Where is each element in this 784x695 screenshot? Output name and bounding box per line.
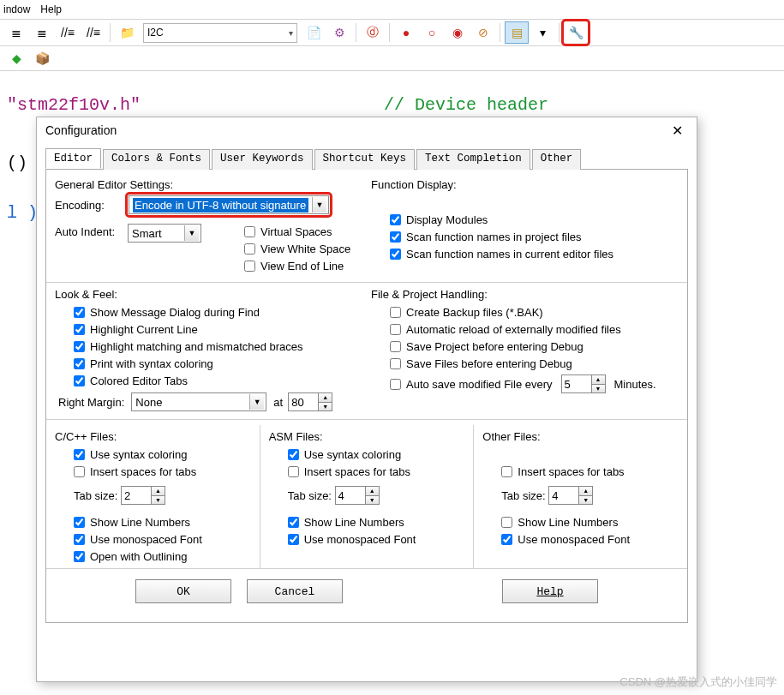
menu-bar: indow Help <box>0 0 784 20</box>
reload-check[interactable] <box>390 324 401 335</box>
scan-project-check[interactable] <box>390 231 401 243</box>
print-syntax-check[interactable] <box>74 358 85 369</box>
wand-icon[interactable]: ⚙ <box>327 21 351 44</box>
asm-showline-label: Show Line Numbers <box>304 516 404 529</box>
encoding-combo[interactable]: Encode in UTF-8 without signature ▼ <box>129 195 329 214</box>
other-mono-check[interactable] <box>501 534 512 545</box>
at-label: at <box>273 396 283 409</box>
indent-right-icon[interactable]: ≣ <box>30 21 54 44</box>
auto-indent-combo[interactable]: Smart ▼ <box>128 224 201 243</box>
chevron-down-icon: ▼ <box>249 394 264 410</box>
spin-up-icon[interactable]: ▲ <box>319 393 332 403</box>
window-layout-icon[interactable]: ▤ <box>505 21 529 44</box>
dialog-title: Configuration <box>45 123 117 137</box>
tab-colors-fonts[interactable]: Colors & Fonts <box>103 149 210 170</box>
autosave-check[interactable] <box>390 379 401 390</box>
other-showline-label: Show Line Numbers <box>518 516 618 529</box>
autosave-input[interactable] <box>562 375 591 392</box>
close-icon[interactable]: ✕ <box>667 121 688 141</box>
msg-dialog-label: Show Message Dialog during Find <box>90 306 260 319</box>
other-mono-label: Use monospaced Font <box>518 533 630 546</box>
c-tabsize-input[interactable] <box>122 487 151 504</box>
c-showline-check[interactable] <box>74 517 85 528</box>
tab-other[interactable]: Other <box>532 149 582 170</box>
asm-insert-spaces-check[interactable] <box>288 466 299 477</box>
tab-user-keywords[interactable]: User Keywords <box>212 149 313 170</box>
ok-button[interactable]: OK <box>135 579 231 603</box>
asm-tabsize-spin[interactable]: ▲▼ <box>335 486 380 505</box>
backup-check[interactable] <box>390 307 401 318</box>
spin-down-icon[interactable]: ▼ <box>579 496 592 505</box>
wrench-icon[interactable]: 🔧 <box>564 21 588 44</box>
asm-tabsize-input[interactable] <box>336 487 365 504</box>
msg-dialog-check[interactable] <box>74 307 85 318</box>
right-margin-at-input[interactable] <box>289 393 318 410</box>
minutes-label: Minutes. <box>614 378 656 391</box>
tab-text-completion[interactable]: Text Completion <box>416 149 530 170</box>
menu-help[interactable]: Help <box>40 3 62 15</box>
indent-left-icon[interactable]: ≣ <box>4 21 28 44</box>
spin-down-icon[interactable]: ▼ <box>366 496 379 505</box>
cancel-button[interactable]: Cancel <box>247 579 343 603</box>
other-tabsize-input[interactable] <box>549 487 578 504</box>
hl-line-check[interactable] <box>74 324 85 335</box>
spin-up-icon[interactable]: ▲ <box>592 375 605 385</box>
folder-icon[interactable]: 📁 <box>115 21 139 44</box>
uncomment-icon[interactable]: //≡ <box>81 21 105 44</box>
spin-up-icon[interactable]: ▲ <box>366 487 379 496</box>
breakpoint-cancel-icon[interactable]: ⊘ <box>471 21 495 44</box>
asm-syntax-check[interactable] <box>288 449 299 460</box>
auto-indent-label: Auto Indent: <box>55 224 128 238</box>
package-icon[interactable]: 📦 <box>30 47 54 69</box>
dropdown-arrow-icon[interactable]: ▾ <box>530 21 554 44</box>
record-icon[interactable]: ● <box>394 21 418 44</box>
document-icon[interactable]: 📄 <box>302 21 326 44</box>
tab-editor[interactable]: Editor <box>45 148 101 169</box>
menu-window[interactable]: indow <box>3 3 30 15</box>
view-white-check[interactable] <box>244 243 255 255</box>
spin-up-icon[interactable]: ▲ <box>579 487 592 496</box>
save-proj-check[interactable] <box>390 341 401 352</box>
hl-line-label: Highlight Current Line <box>90 323 198 336</box>
hl-braces-check[interactable] <box>74 341 85 352</box>
c-mono-check[interactable] <box>74 534 85 545</box>
spin-up-icon[interactable]: ▲ <box>152 487 165 496</box>
c-outline-check[interactable] <box>74 551 85 562</box>
asm-showline-check[interactable] <box>288 517 299 528</box>
asm-insert-spaces-label: Insert spaces for tabs <box>304 465 410 478</box>
file-handling-heading: File & Project Handling: <box>371 288 679 301</box>
spin-down-icon[interactable]: ▼ <box>152 496 165 505</box>
other-tabsize-spin[interactable]: ▲▼ <box>548 486 593 505</box>
autosave-spin[interactable]: ▲▼ <box>561 374 606 393</box>
spin-down-icon[interactable]: ▼ <box>592 385 605 393</box>
diamond-green-icon[interactable]: ◆ <box>4 47 28 69</box>
other-insert-spaces-check[interactable] <box>501 466 512 477</box>
scan-project-label: Scan function names in project files <box>406 231 582 243</box>
c-syntax-check[interactable] <box>74 449 85 460</box>
record-outline-icon[interactable]: ○ <box>420 21 444 44</box>
comment-icon[interactable]: //≡ <box>56 21 80 44</box>
right-margin-combo[interactable]: None ▼ <box>131 392 266 411</box>
chevron-down-icon: ▼ <box>184 225 199 241</box>
display-modules-check[interactable] <box>390 214 401 225</box>
color-tabs-check[interactable] <box>74 375 85 386</box>
tab-shortcut-keys[interactable]: Shortcut Keys <box>314 149 416 170</box>
right-margin-spin[interactable]: ▲▼ <box>288 392 332 411</box>
virtual-spaces-check[interactable] <box>244 226 255 237</box>
c-insert-spaces-check[interactable] <box>74 466 85 477</box>
help-button[interactable]: Help <box>502 579 598 603</box>
right-margin-value: None <box>135 396 162 409</box>
spin-down-icon[interactable]: ▼ <box>319 403 332 411</box>
save-files-check[interactable] <box>390 358 401 369</box>
project-combo[interactable]: I2C ▾ <box>143 23 297 43</box>
breakpoint-pair-icon[interactable]: ◉ <box>446 21 470 44</box>
autosave-label: Auto save modified File every <box>406 378 553 391</box>
debug-icon[interactable]: ⓓ <box>361 21 385 44</box>
asm-mono-check[interactable] <box>288 534 299 545</box>
scan-editor-check[interactable] <box>390 249 401 260</box>
view-eol-check[interactable] <box>244 261 255 272</box>
c-tabsize-spin[interactable]: ▲▼ <box>121 486 165 505</box>
other-insert-spaces-label: Insert spaces for tabs <box>518 465 624 478</box>
other-showline-check[interactable] <box>501 517 512 528</box>
asm-mono-label: Use monospaced Font <box>304 533 416 546</box>
